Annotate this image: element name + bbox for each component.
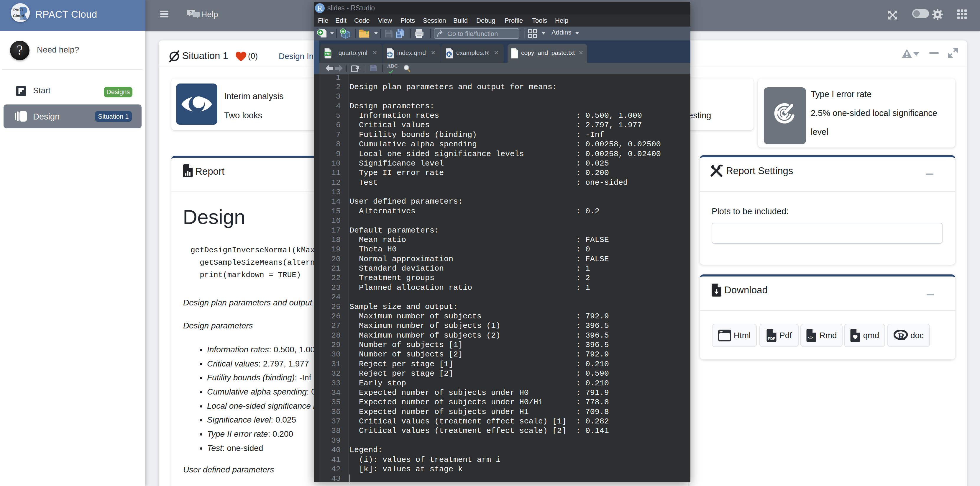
svg-text:PDF: PDF xyxy=(768,337,775,341)
svg-text:R: R xyxy=(898,331,905,341)
svg-text:Cloud: Cloud xyxy=(13,14,24,18)
svg-text:?: ? xyxy=(189,10,192,15)
svg-text:PACT: PACT xyxy=(13,8,23,12)
svg-text:YML: YML xyxy=(325,52,331,56)
svg-text:R: R xyxy=(448,52,451,57)
svg-text:<>: <> xyxy=(808,335,813,340)
